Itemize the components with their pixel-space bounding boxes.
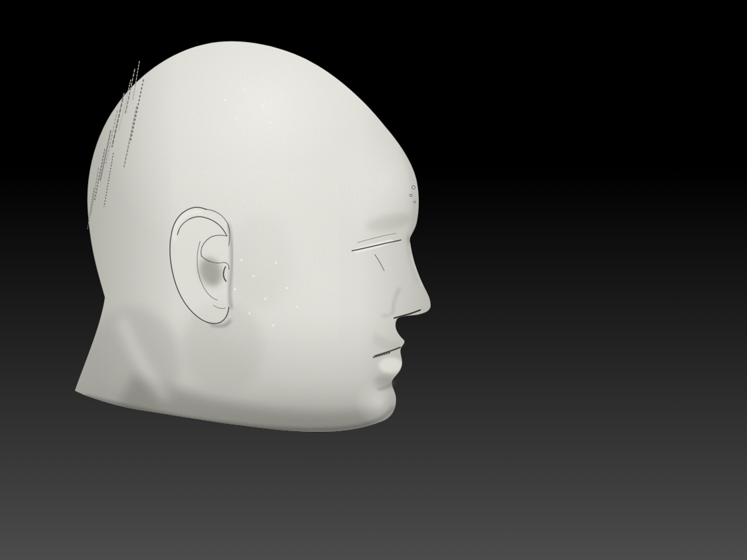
glint-dot <box>224 99 226 101</box>
glint-dot <box>275 261 277 263</box>
glint-dot <box>249 313 251 315</box>
artifact-speck <box>412 186 416 189</box>
glint-dot <box>243 89 245 91</box>
glint-dot <box>240 259 242 261</box>
head-render-svg <box>0 0 747 560</box>
glint-dot <box>261 104 263 106</box>
glint-dot <box>270 122 272 124</box>
glint-dot <box>273 325 275 327</box>
head-model[interactable] <box>63 27 444 443</box>
artifact-speck <box>410 194 412 197</box>
artifact-speck <box>414 201 416 203</box>
glint-dot <box>297 306 299 308</box>
viewport-canvas[interactable] <box>0 0 747 560</box>
glint-dot <box>265 298 267 300</box>
glint-dot <box>235 118 237 120</box>
glint-dot <box>286 287 288 289</box>
glint-dot <box>253 275 255 277</box>
glint-dot <box>233 288 235 290</box>
